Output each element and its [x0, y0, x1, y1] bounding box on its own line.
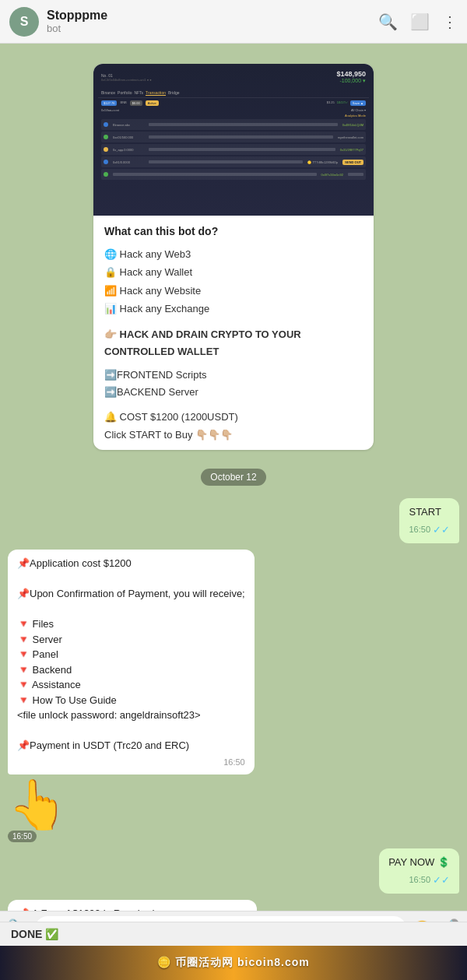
search-icon[interactable]: 🔍: [378, 12, 398, 31]
top-bar: S Stopppme bot 🔍 ⬜ ⋮: [0, 0, 467, 44]
bubble-pay-now: PAY NOW 💲 16:50 ✓✓: [379, 848, 459, 894]
double-check-icon: ✓✓: [433, 522, 450, 538]
chat-area: No. 01 0xC3/0x04tx8mm+contract+uni1 ● ● …: [0, 44, 467, 980]
bot-cost: 🔔 COST $1200 (1200USDT): [104, 409, 363, 426]
done-label: DONE ✅: [11, 928, 58, 940]
bot-intro-title: What can this bot do?: [104, 225, 363, 237]
bot-intro-card: No. 01 0xC3/0x04tx8mm+contract+uni1 ● ● …: [93, 64, 374, 450]
msg-row: 📌Application cost $1200 📌Upon Confirmati…: [8, 550, 459, 775]
emoji-hand: 👆: [8, 781, 68, 829]
emoji-time: 16:50: [8, 831, 37, 842]
bottom-banner: 🪙 币圈活动网 bicoin8.com: [0, 946, 467, 980]
bot-screenshot: No. 01 0xC3/0x04tx8mm+contract+uni1 ● ● …: [93, 64, 374, 216]
bubble-app-cost: 📌Application cost $1200 📌Upon Confirmati…: [8, 550, 255, 775]
bot-intro-text: What can this bot do? 🌐 Hack any Web3🔒 H…: [93, 216, 374, 450]
msg-row: START 16:50 ✓✓: [8, 498, 459, 543]
top-bar-icons: 🔍 ⬜ ⋮: [378, 12, 458, 31]
bot-scripts: ➡️FRONTEND Scripts➡️BACKEND Server: [104, 367, 363, 401]
msg-start-text: START: [409, 504, 450, 520]
date-divider: October 12: [8, 469, 459, 486]
bot-intro-items: 🌐 Hack any Web3🔒 Hack any Wallet📶 Hack a…: [104, 245, 363, 318]
msg-pay-now-text: PAY NOW 💲: [388, 855, 450, 870]
bot-start: Click START to Buy 👇🏼👇🏼👇🏼: [104, 429, 363, 441]
bubble-start: START 16:50 ✓✓: [399, 498, 459, 543]
avatar: S: [9, 7, 39, 37]
msg-row: 👆 16:50: [8, 781, 459, 842]
banner-text: 🪙 币圈活动网 bicoin8.com: [157, 956, 309, 970]
view-icon[interactable]: ⬜: [410, 12, 430, 31]
more-icon[interactable]: ⋮: [442, 12, 458, 31]
top-bar-info: Stopppme bot: [47, 9, 378, 34]
bot-highlight: 👉🏼 HACK AND DRAIN CRYPTO TO YOUR CONTROL…: [104, 326, 363, 360]
chat-subtitle: bot: [47, 23, 378, 34]
chat-title: Stopppme: [47, 9, 378, 23]
msg-app-cost-time: 16:50: [223, 756, 245, 769]
double-check-icon: ✓✓: [433, 873, 450, 888]
msg-row: PAY NOW 💲 16:50 ✓✓: [8, 848, 459, 894]
date-pill: October 12: [201, 469, 265, 486]
msg-start-time: 16:50: [409, 523, 430, 536]
msg-app-cost-text: 📌Application cost $1200 📌Upon Confirmati…: [17, 556, 245, 753]
msg-pay-now-time: 16:50: [409, 873, 430, 887]
